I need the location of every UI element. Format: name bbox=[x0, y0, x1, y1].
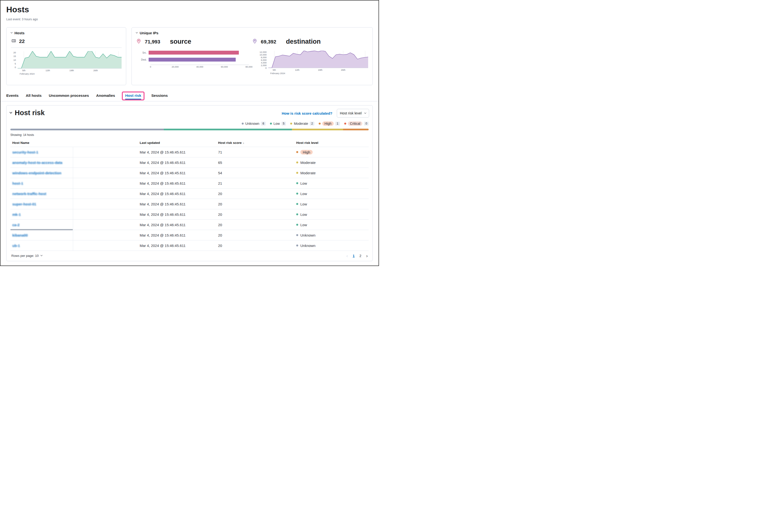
table-row: kibana00 Mar 4, 2024 @ 15:46:45.611 20 U… bbox=[10, 230, 369, 240]
risk-level-cell: Low bbox=[294, 212, 369, 217]
host-name-link[interactable]: windows-endpoint-detection bbox=[12, 171, 61, 175]
risk-score-cell: 65 bbox=[216, 160, 294, 165]
host-name-link[interactable]: super-host-01 bbox=[12, 202, 36, 206]
last-event-text: Last event: 3 hours ago bbox=[6, 18, 373, 21]
last-updated-cell: Mar 4, 2024 @ 15:46:45.611 bbox=[138, 150, 216, 155]
legend-item-critical: Critical 0 bbox=[344, 122, 369, 126]
source-pin-icon bbox=[136, 39, 141, 45]
collapse-chevron-icon[interactable] bbox=[11, 31, 13, 33]
collapse-chevron-icon[interactable] bbox=[136, 31, 138, 33]
risk-score-cell: 21 bbox=[216, 181, 294, 186]
ips-chart-plot bbox=[268, 51, 368, 68]
table-footer: Rows per page: 10 ‹ 1 2 › bbox=[10, 251, 369, 261]
risk-score-cell: 20 bbox=[216, 243, 294, 248]
host-risk-title: Host risk bbox=[15, 109, 45, 117]
risk-level-dot bbox=[296, 244, 298, 246]
rows-per-page-selector[interactable]: Rows per page: 10 bbox=[11, 254, 42, 258]
risk-level-dot bbox=[296, 182, 298, 184]
risk-level-dot bbox=[296, 203, 298, 205]
host-name-link[interactable]: mk-1 bbox=[12, 212, 21, 217]
page-number-2[interactable]: 2 bbox=[360, 254, 362, 258]
horizontal-scrollbar-thumb[interactable] bbox=[10, 229, 73, 230]
src-bar-label: Src. bbox=[136, 52, 149, 54]
tab-host-risk[interactable]: Host risk bbox=[122, 91, 145, 100]
risk-level-cell: Low bbox=[294, 222, 369, 228]
risk-level-cell: Low bbox=[294, 191, 369, 196]
destination-ip-count: 69,392 bbox=[261, 39, 276, 45]
legend-item-moderate: Moderate 2 bbox=[290, 122, 314, 125]
legend-dot bbox=[344, 123, 346, 124]
risk-level-dot bbox=[296, 234, 298, 236]
tab-events[interactable]: Events bbox=[6, 92, 18, 100]
destination-ips-stat: 69,392 destination bbox=[252, 38, 368, 45]
tab-sessions[interactable]: Sessions bbox=[151, 92, 168, 100]
host-name-link[interactable]: ca-2 bbox=[12, 223, 19, 227]
col-host-risk-score[interactable]: Host risk score↓ bbox=[216, 140, 294, 145]
legend-count-badge: 0 bbox=[364, 122, 369, 125]
host-name-link[interactable]: host-1 bbox=[12, 181, 23, 185]
unique-ips-bar-chart: Src. Dest. 0 20,000 40,000 60,000 80,000 bbox=[136, 51, 249, 75]
last-updated-cell: Mar 4, 2024 @ 15:46:45.611 bbox=[138, 222, 216, 228]
segment-high bbox=[343, 129, 369, 130]
host-name-link[interactable]: ub-1 bbox=[12, 244, 20, 248]
hosts-chart-x-axis: 5th 12th 19th 26th bbox=[17, 69, 121, 72]
table-row: super-host-01 Mar 4, 2024 @ 15:46:45.611… bbox=[10, 199, 369, 209]
risk-score-info-link[interactable]: How is risk score calculated? bbox=[282, 111, 332, 115]
host-name-link[interactable]: network-traffic-host bbox=[12, 192, 46, 196]
unique-ips-panel-title: Unique IPs bbox=[140, 31, 158, 35]
bar-chart-x-axis: 0 20,000 40,000 60,000 80,000 bbox=[151, 65, 249, 68]
previous-page-icon[interactable]: ‹ bbox=[346, 253, 348, 258]
last-updated-cell: Mar 4, 2024 @ 15:46:45.611 bbox=[138, 212, 216, 217]
risk-level-cell: Moderate bbox=[294, 170, 369, 175]
table-row: security-host-1 Mar 4, 2024 @ 15:46:45.6… bbox=[10, 147, 369, 157]
last-updated-cell: Mar 4, 2024 @ 15:46:45.611 bbox=[138, 181, 216, 186]
page-title: Hosts bbox=[6, 5, 373, 14]
page-number-1[interactable]: 1 bbox=[353, 254, 355, 258]
risk-level-cell: Low bbox=[294, 181, 369, 186]
ips-chart-x-axis: 5th 12th 19th 26th bbox=[268, 69, 368, 72]
tab-all-hosts[interactable]: All hosts bbox=[26, 92, 42, 100]
legend-dot bbox=[290, 123, 292, 124]
last-updated-cell: Mar 4, 2024 @ 15:46:45.611 bbox=[138, 233, 216, 238]
table-row: ub-1 Mar 4, 2024 @ 15:46:45.611 20 Unkno… bbox=[10, 240, 369, 251]
risk-score-cell: 54 bbox=[216, 170, 294, 175]
risk-level-cell: Unknown bbox=[294, 233, 369, 238]
col-last-updated: Last updated bbox=[138, 140, 216, 145]
host-name-link[interactable]: kibana00 bbox=[12, 233, 28, 237]
unique-ips-kpi-panel: Unique IPs 71,993 source bbox=[131, 27, 373, 85]
last-updated-cell: Mar 4, 2024 @ 15:46:45.611 bbox=[138, 170, 216, 175]
risk-score-cell: 20 bbox=[216, 233, 294, 238]
legend-dot bbox=[270, 123, 272, 124]
hosts-page: Hosts Last event: 3 hours ago Hosts 2 bbox=[0, 0, 379, 261]
risk-score-cell: 20 bbox=[216, 191, 294, 196]
legend-dot bbox=[319, 123, 321, 124]
legend-count-badge: 5 bbox=[282, 122, 286, 125]
host-risk-level-filter[interactable]: Host risk level bbox=[337, 109, 369, 118]
tab-uncommon-processes[interactable]: Uncommon processes bbox=[49, 92, 89, 100]
risk-score-cell: 20 bbox=[216, 222, 294, 228]
risk-score-cell: 71 bbox=[216, 150, 294, 155]
sort-desc-icon: ↓ bbox=[243, 141, 244, 145]
host-name-link[interactable]: security-host-1 bbox=[12, 150, 38, 154]
risk-distribution-bar bbox=[10, 129, 369, 130]
table-row: host-1 Mar 4, 2024 @ 15:46:45.611 21 Low bbox=[10, 178, 369, 188]
chevron-down-icon bbox=[41, 254, 43, 256]
source-label: source bbox=[170, 38, 191, 45]
next-page-icon[interactable]: › bbox=[366, 253, 368, 258]
collapse-chevron-icon[interactable] bbox=[9, 111, 12, 114]
hosts-area-chart: 2015 105 0 5th 12th 19th 26th February 2… bbox=[11, 51, 121, 75]
risk-level-dot bbox=[296, 151, 298, 153]
host-name-link[interactable]: anomaly-host-to-access-data bbox=[12, 160, 62, 165]
hosts-count: 22 bbox=[19, 38, 25, 44]
tabs-divider bbox=[0, 101, 379, 101]
source-ips-stat: 71,993 source bbox=[136, 38, 252, 45]
source-bar bbox=[149, 51, 239, 54]
last-updated-cell: Mar 4, 2024 @ 15:46:45.611 bbox=[138, 201, 216, 207]
legend-count-badge: 6 bbox=[261, 122, 266, 125]
destination-pin-icon bbox=[252, 39, 258, 45]
tab-anomalies[interactable]: Anomalies bbox=[96, 92, 115, 100]
table-header-row: Host Name Last updated Host risk score↓ … bbox=[10, 139, 369, 147]
risk-level-cell: Low bbox=[294, 201, 369, 207]
legend-item-high: High 1 bbox=[319, 122, 340, 126]
hosts-chart-y-axis: 2015 105 0 bbox=[11, 51, 17, 69]
